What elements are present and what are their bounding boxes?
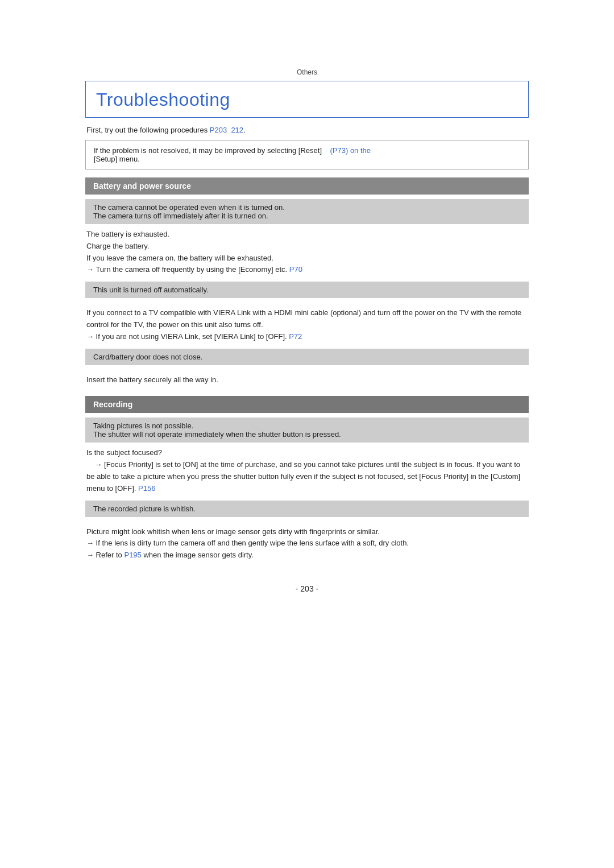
recording-problem1-body: Is the subject focused? → [Focus Priorit… (85, 443, 529, 500)
recording-problem2-body: Picture might look whitish when lens or … (85, 522, 529, 567)
link-p195[interactable]: P195 (124, 551, 141, 559)
battery-header: Battery and power source (85, 177, 529, 195)
info-box-line1: If the problem is not resolved, it may b… (94, 146, 322, 155)
intro-text: First, try out the following procedures … (85, 126, 529, 134)
recording-problem1-subheader: Taking pictures is not possible.The shut… (85, 418, 529, 443)
recording-problem2-subheader: The recorded picture is whitish. (85, 501, 529, 517)
link-p70[interactable]: P70 (289, 265, 302, 274)
info-box-line2: [Setup] menu. (94, 155, 140, 163)
page-number: - 203 - (85, 567, 529, 605)
page-title: Troubleshooting (96, 89, 518, 110)
link-p156[interactable]: P156 (138, 484, 155, 493)
section-title-box: Troubleshooting (85, 81, 529, 118)
battery-problem3-subheader: Card/battery door does not close. (85, 349, 529, 365)
battery-problem1-body: The battery is exhausted. Charge the bat… (85, 224, 529, 282)
content-area: Troubleshooting First, try out the follo… (85, 81, 529, 650)
battery-problem2-body: If you connect to a TV compatible with V… (85, 303, 529, 348)
link-212[interactable]: 212 (231, 126, 243, 134)
battery-problem1-subheader: The camera cannot be operated even when … (85, 199, 529, 224)
link-p73[interactable]: (P73) on the (322, 146, 371, 155)
info-box: If the problem is not resolved, it may b… (85, 140, 529, 170)
link-p203[interactable]: P203 (210, 126, 227, 134)
others-label: Others (297, 68, 317, 76)
page-label: Others (0, 0, 614, 81)
link-p72[interactable]: P72 (289, 332, 302, 341)
recording-header: Recording (85, 396, 529, 413)
page-container: Others Troubleshooting First, try out th… (0, 0, 614, 868)
battery-problem3-body: Insert the battery securely all the way … (85, 370, 529, 392)
battery-problem2-subheader: This unit is turned off automatically. (85, 282, 529, 298)
